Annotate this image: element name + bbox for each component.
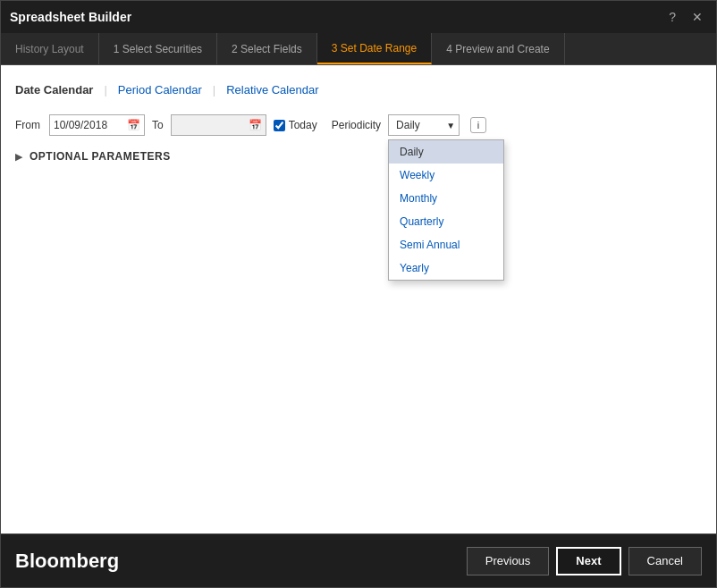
- option-quarterly[interactable]: Quarterly: [389, 210, 503, 233]
- date-row: From 📅 To 📅 Today Periodicity Daily ▼: [15, 114, 702, 136]
- tab-period-calendar[interactable]: Period Calendar: [118, 80, 202, 100]
- today-checkbox-wrap[interactable]: Today: [274, 119, 317, 131]
- to-date-input[interactable]: [175, 119, 247, 131]
- calendar-tabs: Date Calendar | Period Calendar | Relati…: [15, 80, 702, 100]
- from-date-input[interactable]: [54, 119, 125, 131]
- content-spacer: [15, 163, 702, 519]
- to-label: To: [152, 119, 164, 131]
- tab-relative-calendar[interactable]: Relative Calendar: [226, 80, 318, 100]
- tab-date-calendar[interactable]: Date Calendar: [15, 80, 93, 100]
- footer: Bloomberg Previous Next Cancel: [1, 533, 716, 587]
- option-yearly[interactable]: Yearly: [389, 256, 503, 280]
- content-area: Date Calendar | Period Calendar | Relati…: [1, 65, 716, 533]
- nav-item-history-layout[interactable]: History Layout: [1, 33, 99, 64]
- option-weekly[interactable]: Weekly: [389, 164, 503, 187]
- next-button[interactable]: Next: [556, 547, 620, 575]
- expand-arrow-icon: ▶: [15, 151, 22, 163]
- from-date-input-wrap[interactable]: 📅: [49, 114, 145, 136]
- today-label: Today: [289, 119, 317, 131]
- periodicity-dropdown-arrow: ▼: [446, 121, 455, 130]
- window-title: Spreadsheet Builder: [10, 10, 131, 24]
- title-bar-controls: ? ✕: [664, 8, 707, 26]
- nav-item-select-fields[interactable]: 2 Select Fields: [217, 33, 317, 64]
- option-daily[interactable]: Daily: [389, 140, 503, 164]
- help-button[interactable]: ?: [664, 8, 680, 26]
- previous-button[interactable]: Previous: [467, 547, 550, 575]
- today-checkbox[interactable]: [274, 120, 285, 131]
- optional-params[interactable]: ▶ OPTIONAL PARAMETERS: [15, 150, 702, 163]
- periodicity-dropdown[interactable]: Daily Weekly Monthly Quarterly Semi Annu…: [388, 139, 504, 281]
- to-calendar-icon[interactable]: 📅: [249, 119, 262, 131]
- from-calendar-icon[interactable]: 📅: [127, 119, 140, 131]
- to-date-input-wrap[interactable]: 📅: [171, 114, 266, 136]
- periodicity-value: Daily: [396, 119, 441, 131]
- cancel-button[interactable]: Cancel: [628, 547, 702, 575]
- nav-item-set-date-range[interactable]: 3 Set Date Range: [317, 33, 432, 64]
- option-monthly[interactable]: Monthly: [389, 187, 503, 210]
- periodicity-select-wrap[interactable]: Daily ▼ Daily Weekly Monthly Quarterl: [388, 114, 460, 136]
- nav-item-preview-create[interactable]: 4 Preview and Create: [432, 33, 564, 64]
- title-bar: Spreadsheet Builder ? ✕: [1, 1, 716, 33]
- info-button[interactable]: i: [470, 117, 486, 133]
- nav-bar: History Layout 1 Select Securities 2 Sel…: [1, 33, 716, 65]
- close-button[interactable]: ✕: [687, 8, 707, 26]
- periodicity-dropdown-trigger[interactable]: Daily ▼: [388, 114, 460, 136]
- from-label: From: [15, 119, 40, 131]
- periodicity-label: Periodicity: [332, 119, 381, 131]
- bloomberg-logo: Bloomberg: [15, 550, 119, 573]
- option-semi-annual[interactable]: Semi Annual: [389, 233, 503, 256]
- optional-params-label: OPTIONAL PARAMETERS: [30, 150, 171, 163]
- main-window: Spreadsheet Builder ? ✕ History Layout 1…: [0, 0, 717, 588]
- nav-item-select-securities[interactable]: 1 Select Securities: [99, 33, 217, 64]
